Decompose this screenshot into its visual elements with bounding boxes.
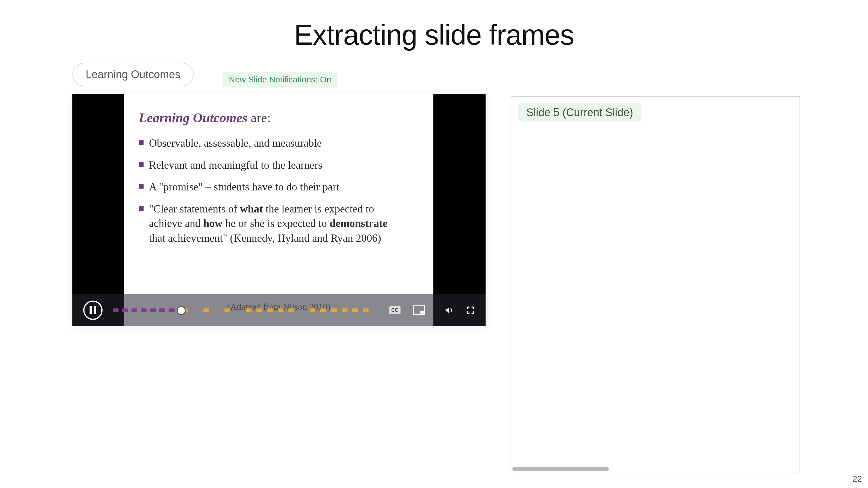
volume-button[interactable] [444, 306, 454, 315]
seek-marker [224, 309, 230, 312]
video-player[interactable]: Learning Outcomes are: Observable, asses… [72, 94, 486, 326]
slide-heading-rest: are: [248, 111, 271, 125]
slide-bullet: "Clear statements of what the learner is… [139, 202, 389, 246]
page-title: Extracting slide frames [0, 19, 868, 51]
seek-marker [310, 309, 315, 312]
seek-marker [150, 309, 156, 312]
picture-in-picture-button[interactable] [413, 306, 425, 315]
page-number: 22 [852, 474, 862, 484]
seek-marker [267, 309, 273, 312]
captions-button[interactable]: CC [389, 306, 401, 314]
seek-marker [122, 309, 128, 312]
pause-icon [90, 306, 96, 314]
seek-marker [278, 309, 283, 312]
horizontal-scrollbar[interactable] [513, 467, 609, 471]
seek-bar[interactable] [113, 308, 379, 313]
cc-icon: CC [389, 306, 401, 314]
slide-heading: Learning Outcomes are: [139, 110, 421, 125]
video-slide-content: Learning Outcomes are: Observable, asses… [124, 94, 433, 326]
slide-detail-panel: Slide 5 (Current Slide) [510, 96, 800, 473]
seek-marker [168, 309, 174, 312]
slide-bullet: Observable, assessable, and measurable [139, 136, 389, 151]
notifications-chip[interactable]: New Slide Notifications: On [222, 72, 338, 88]
slide-heading-italic: Learning Outcomes [139, 111, 248, 125]
pause-button[interactable] [83, 300, 102, 320]
fullscreen-icon [466, 306, 475, 314]
seek-marker [203, 309, 209, 312]
fullscreen-button[interactable] [466, 306, 475, 314]
volume-icon [444, 306, 454, 315]
slide-bullet: A "promise" – students have to do their … [139, 179, 389, 194]
seek-marker [141, 309, 147, 312]
seek-marker [352, 309, 358, 312]
seek-marker [131, 309, 137, 312]
learning-outcomes-pill[interactable]: Learning Outcomes [72, 63, 194, 86]
seek-marker [320, 309, 326, 312]
seek-thumb[interactable] [177, 306, 186, 315]
slide-bullets: Observable, assessable, and measurableRe… [139, 136, 389, 246]
seek-marker [363, 309, 369, 312]
pip-icon [413, 306, 425, 315]
slide-bullet: Relevant and meaningful to the learners [139, 158, 389, 173]
seek-marker [246, 309, 251, 312]
current-slide-chip[interactable]: Slide 5 (Current Slide) [518, 103, 642, 122]
video-controls: CC [72, 294, 486, 326]
seek-marker [159, 309, 165, 312]
seek-marker [288, 309, 294, 312]
seek-marker [113, 309, 119, 312]
seek-marker [256, 309, 262, 312]
seek-marker [342, 309, 347, 312]
seek-marker [331, 309, 337, 312]
